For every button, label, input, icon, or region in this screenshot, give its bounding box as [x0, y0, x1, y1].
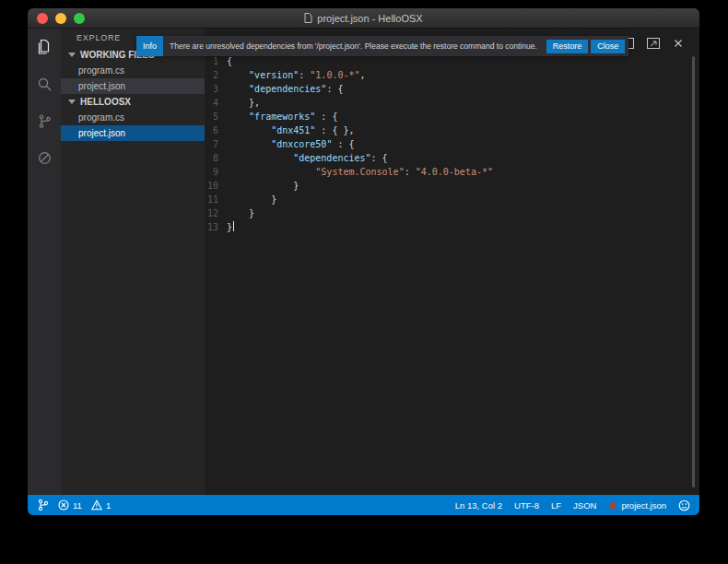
- warnings-icon: [91, 499, 102, 511]
- info-badge: Info: [136, 36, 163, 56]
- editor-pane[interactable]: 1{2 "version": "1.0.0-*",3 "dependencies…: [205, 29, 699, 495]
- line-number: 7: [205, 137, 227, 151]
- notification-close-button[interactable]: Close: [591, 40, 625, 53]
- code-text: }: [227, 179, 299, 193]
- code-line[interactable]: 2 "version": "1.0.0-*",: [205, 68, 687, 82]
- code-text: "dnxcore50" : {: [227, 137, 355, 151]
- chevron-down-icon: [68, 100, 76, 104]
- active-project[interactable]: project.json: [608, 499, 666, 511]
- section-header[interactable]: HELLOOSX: [61, 94, 205, 110]
- file-item[interactable]: project.json: [61, 125, 205, 141]
- code-text: }: [227, 206, 254, 220]
- sidebar-explorer: EXPLORE WORKING FILESprogram.csproject.j…: [61, 29, 205, 495]
- code-line[interactable]: 4 },: [205, 96, 687, 110]
- notification-message: There are unresolved dependencies from '…: [163, 41, 544, 51]
- traffic-lights: [37, 13, 85, 24]
- sidebar-item-search[interactable]: [28, 65, 61, 102]
- open-preview-icon: [646, 36, 661, 51]
- line-number: 13: [205, 220, 227, 234]
- code-text: },: [227, 96, 260, 110]
- sidebar-item-explorer[interactable]: [28, 29, 61, 65]
- code-line[interactable]: 8 "dependencies": {: [205, 151, 687, 165]
- warning-count[interactable]: 1: [91, 499, 111, 511]
- section-label: HELLOOSX: [80, 97, 131, 107]
- app-window: project.json - HelloOSX: [28, 8, 699, 515]
- window-title-area: project.json - HelloOSX: [28, 8, 699, 28]
- open-preview-button[interactable]: [646, 36, 661, 51]
- error-count-label: 11: [73, 500, 82, 511]
- code-text: }: [227, 220, 234, 234]
- eol-indicator[interactable]: LF: [551, 500, 561, 511]
- sidebar-item-debug[interactable]: [28, 139, 61, 176]
- close-window-button[interactable]: [37, 13, 48, 24]
- line-number: 2: [205, 68, 227, 82]
- editor-actions: [620, 36, 685, 51]
- debug-icon: [37, 150, 53, 166]
- code-text: "frameworks" : {: [227, 110, 337, 123]
- line-number: 10: [205, 179, 227, 193]
- line-number: 12: [205, 206, 227, 220]
- warning-count-label: 1: [106, 500, 111, 511]
- encoding-indicator[interactable]: UTF-8: [514, 500, 539, 511]
- language-mode[interactable]: JSON: [573, 500, 596, 511]
- code-area[interactable]: 1{2 "version": "1.0.0-*",3 "dependencies…: [205, 54, 687, 234]
- code-line[interactable]: 11 }: [205, 193, 687, 206]
- feedback-smiley-icon[interactable]: [678, 499, 690, 511]
- workbench: EXPLORE WORKING FILESprogram.csproject.j…: [28, 29, 699, 495]
- code-line[interactable]: 10 }: [205, 179, 687, 193]
- close-icon: [672, 37, 685, 50]
- minimize-window-button[interactable]: [55, 13, 66, 24]
- activity-bar: [28, 29, 61, 495]
- code-line[interactable]: 6 "dnx451" : { },: [205, 123, 687, 137]
- code-text: {: [227, 54, 232, 68]
- restore-button[interactable]: Restore: [546, 40, 589, 53]
- code-text: "dependencies": {: [227, 151, 388, 165]
- code-text: "version": "1.0.0-*",: [227, 68, 366, 82]
- sidebar-item-git[interactable]: [28, 102, 61, 139]
- error-count[interactable]: 11: [58, 499, 82, 511]
- status-bar: 11 1 Ln 13, Col 2 UTF-8 LF JSON: [28, 495, 699, 515]
- zoom-window-button[interactable]: [74, 13, 85, 24]
- sidebar-sections: WORKING FILESprogram.csproject.jsonHELLO…: [61, 47, 205, 141]
- line-number: 4: [205, 96, 227, 110]
- titlebar: project.json - HelloOSX: [28, 8, 699, 29]
- code-line[interactable]: 7 "dnxcore50" : {: [205, 137, 687, 151]
- file-item[interactable]: project.json: [61, 78, 205, 94]
- line-number: 3: [205, 82, 227, 96]
- code-text: "dependencies": {: [227, 82, 343, 96]
- code-text: }: [227, 193, 276, 206]
- chevron-down-icon: [68, 53, 76, 57]
- code-line[interactable]: 5 "frameworks" : {: [205, 110, 687, 123]
- close-editor-button[interactable]: [672, 36, 685, 51]
- file-item[interactable]: program.cs: [61, 110, 205, 125]
- editor-scrollbar[interactable]: [692, 56, 695, 488]
- notification-bar: Info There are unresolved dependencies f…: [136, 36, 628, 56]
- line-number: 9: [205, 165, 227, 179]
- line-number: 5: [205, 110, 227, 123]
- file-item[interactable]: program.cs: [61, 63, 205, 78]
- line-number: 8: [205, 151, 227, 165]
- code-text: "System.Console": "4.0.0-beta-*": [227, 165, 493, 179]
- git-icon: [37, 113, 53, 129]
- explorer-icon: [36, 39, 53, 55]
- active-project-label: project.json: [621, 500, 666, 511]
- git-branch-icon[interactable]: [37, 499, 49, 511]
- code-line[interactable]: 3 "dependencies": {: [205, 82, 687, 96]
- line-number: 11: [205, 193, 227, 206]
- search-icon: [37, 76, 53, 92]
- document-icon: [304, 13, 312, 23]
- text-cursor: [233, 221, 234, 231]
- code-line[interactable]: 13}: [205, 220, 687, 234]
- cursor-position[interactable]: Ln 13, Col 2: [455, 500, 502, 511]
- errors-icon: [58, 499, 69, 511]
- line-number: 6: [205, 123, 227, 137]
- code-line[interactable]: 1{: [205, 54, 687, 68]
- window-title: project.json - HelloOSX: [317, 13, 422, 24]
- code-line[interactable]: 12 }: [205, 206, 687, 220]
- line-number: 1: [205, 54, 227, 68]
- status-right: Ln 13, Col 2 UTF-8 LF JSON project.json: [455, 499, 690, 511]
- code-line[interactable]: 9 "System.Console": "4.0.0-beta-*": [205, 165, 687, 179]
- code-text: "dnx451" : { },: [227, 123, 355, 137]
- flame-icon: [608, 499, 617, 511]
- status-left: 11 1: [37, 499, 111, 511]
